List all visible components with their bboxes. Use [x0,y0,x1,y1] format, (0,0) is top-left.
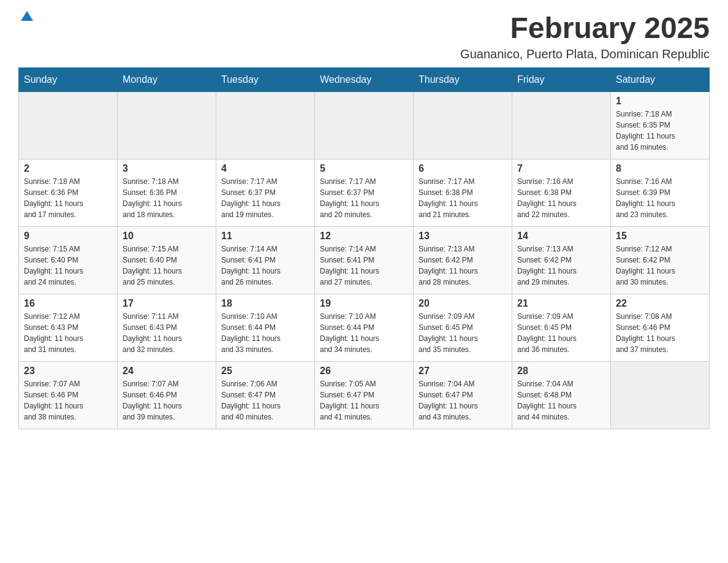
day-info: Sunrise: 7:14 AM Sunset: 6:41 PM Dayligh… [221,243,309,288]
day-number: 15 [616,231,704,242]
calendar-day-cell: 19Sunrise: 7:10 AM Sunset: 6:44 PM Dayli… [315,294,414,361]
title-block: February 2025 Guananico, Puerto Plata, D… [460,12,710,61]
calendar-day-cell: 7Sunrise: 7:16 AM Sunset: 6:38 PM Daylig… [512,159,611,226]
calendar-day-cell: 12Sunrise: 7:14 AM Sunset: 6:41 PM Dayli… [315,226,414,294]
day-number: 9 [24,231,112,242]
calendar-day-cell: 1Sunrise: 7:18 AM Sunset: 6:35 PM Daylig… [611,91,710,159]
day-number: 14 [517,231,605,242]
calendar-table: SundayMondayTuesdayWednesdayThursdayFrid… [18,67,710,429]
calendar-day-cell: 24Sunrise: 7:07 AM Sunset: 6:46 PM Dayli… [118,361,216,429]
day-number: 27 [419,366,507,377]
weekday-header-monday: Monday [118,67,216,91]
weekday-header-saturday: Saturday [611,67,710,91]
weekday-header-thursday: Thursday [414,67,512,91]
calendar-day-cell: 26Sunrise: 7:05 AM Sunset: 6:47 PM Dayli… [315,361,414,429]
day-number: 25 [221,366,309,377]
calendar-title: February 2025 [460,12,710,45]
calendar-week-row: 1Sunrise: 7:18 AM Sunset: 6:35 PM Daylig… [19,91,710,159]
logo-blue-text [18,12,33,22]
day-number: 23 [24,366,112,377]
day-info: Sunrise: 7:18 AM Sunset: 6:36 PM Dayligh… [123,176,211,220]
day-number: 13 [419,231,507,242]
calendar-day-cell: 23Sunrise: 7:07 AM Sunset: 6:46 PM Dayli… [19,361,118,429]
calendar-day-cell: 27Sunrise: 7:04 AM Sunset: 6:47 PM Dayli… [414,361,512,429]
day-info: Sunrise: 7:10 AM Sunset: 6:44 PM Dayligh… [320,311,408,355]
calendar-day-cell [512,91,611,159]
calendar-day-cell [216,91,315,159]
day-info: Sunrise: 7:10 AM Sunset: 6:44 PM Dayligh… [221,311,309,355]
page-header: February 2025 Guananico, Puerto Plata, D… [18,12,710,61]
weekday-header-row: SundayMondayTuesdayWednesdayThursdayFrid… [19,67,710,91]
day-number: 4 [221,163,309,174]
day-info: Sunrise: 7:17 AM Sunset: 6:37 PM Dayligh… [221,176,309,220]
calendar-body: 1Sunrise: 7:18 AM Sunset: 6:35 PM Daylig… [19,91,710,429]
calendar-day-cell: 5Sunrise: 7:17 AM Sunset: 6:37 PM Daylig… [315,159,414,226]
day-info: Sunrise: 7:04 AM Sunset: 6:48 PM Dayligh… [517,378,605,423]
day-info: Sunrise: 7:07 AM Sunset: 6:46 PM Dayligh… [123,378,211,423]
day-info: Sunrise: 7:16 AM Sunset: 6:39 PM Dayligh… [616,176,704,220]
day-info: Sunrise: 7:12 AM Sunset: 6:42 PM Dayligh… [616,243,704,288]
calendar-day-cell: 11Sunrise: 7:14 AM Sunset: 6:41 PM Dayli… [216,226,315,294]
logo-triangle-icon [21,11,33,21]
day-info: Sunrise: 7:15 AM Sunset: 6:40 PM Dayligh… [24,243,112,288]
day-number: 5 [320,163,408,174]
day-number: 10 [123,231,211,242]
day-info: Sunrise: 7:15 AM Sunset: 6:40 PM Dayligh… [123,243,211,288]
calendar-day-cell: 25Sunrise: 7:06 AM Sunset: 6:47 PM Dayli… [216,361,315,429]
day-number: 7 [517,163,605,174]
day-number: 21 [517,298,605,309]
day-number: 8 [616,163,704,174]
calendar-day-cell [315,91,414,159]
calendar-day-cell: 20Sunrise: 7:09 AM Sunset: 6:45 PM Dayli… [414,294,512,361]
day-info: Sunrise: 7:06 AM Sunset: 6:47 PM Dayligh… [221,378,309,423]
calendar-day-cell: 16Sunrise: 7:12 AM Sunset: 6:43 PM Dayli… [19,294,118,361]
calendar-subtitle: Guananico, Puerto Plata, Dominican Repub… [460,47,710,61]
weekday-header-tuesday: Tuesday [216,67,315,91]
day-info: Sunrise: 7:18 AM Sunset: 6:36 PM Dayligh… [24,176,112,220]
calendar-header: SundayMondayTuesdayWednesdayThursdayFrid… [19,67,710,91]
day-info: Sunrise: 7:04 AM Sunset: 6:47 PM Dayligh… [419,378,507,423]
day-info: Sunrise: 7:07 AM Sunset: 6:46 PM Dayligh… [24,378,112,423]
calendar-day-cell: 28Sunrise: 7:04 AM Sunset: 6:48 PM Dayli… [512,361,611,429]
day-info: Sunrise: 7:13 AM Sunset: 6:42 PM Dayligh… [517,243,605,288]
calendar-day-cell: 9Sunrise: 7:15 AM Sunset: 6:40 PM Daylig… [19,226,118,294]
day-info: Sunrise: 7:09 AM Sunset: 6:45 PM Dayligh… [419,311,507,355]
day-info: Sunrise: 7:17 AM Sunset: 6:37 PM Dayligh… [320,176,408,220]
day-info: Sunrise: 7:18 AM Sunset: 6:35 PM Dayligh… [616,109,704,153]
day-info: Sunrise: 7:08 AM Sunset: 6:46 PM Dayligh… [616,311,704,355]
day-number: 12 [320,231,408,242]
day-info: Sunrise: 7:09 AM Sunset: 6:45 PM Dayligh… [517,311,605,355]
calendar-week-row: 2Sunrise: 7:18 AM Sunset: 6:36 PM Daylig… [19,159,710,226]
day-number: 6 [419,163,507,174]
day-number: 3 [123,163,211,174]
logo [18,12,33,22]
day-info: Sunrise: 7:16 AM Sunset: 6:38 PM Dayligh… [517,176,605,220]
day-info: Sunrise: 7:05 AM Sunset: 6:47 PM Dayligh… [320,378,408,423]
day-info: Sunrise: 7:11 AM Sunset: 6:43 PM Dayligh… [123,311,211,355]
day-number: 20 [419,298,507,309]
calendar-day-cell: 3Sunrise: 7:18 AM Sunset: 6:36 PM Daylig… [118,159,216,226]
day-number: 22 [616,298,704,309]
day-number: 11 [221,231,309,242]
calendar-day-cell [611,361,710,429]
calendar-day-cell: 15Sunrise: 7:12 AM Sunset: 6:42 PM Dayli… [611,226,710,294]
calendar-day-cell [19,91,118,159]
day-info: Sunrise: 7:17 AM Sunset: 6:38 PM Dayligh… [419,176,507,220]
calendar-day-cell: 10Sunrise: 7:15 AM Sunset: 6:40 PM Dayli… [118,226,216,294]
calendar-day-cell: 13Sunrise: 7:13 AM Sunset: 6:42 PM Dayli… [414,226,512,294]
calendar-day-cell: 8Sunrise: 7:16 AM Sunset: 6:39 PM Daylig… [611,159,710,226]
calendar-week-row: 23Sunrise: 7:07 AM Sunset: 6:46 PM Dayli… [19,361,710,429]
calendar-day-cell: 6Sunrise: 7:17 AM Sunset: 6:38 PM Daylig… [414,159,512,226]
day-number: 24 [123,366,211,377]
calendar-day-cell [414,91,512,159]
day-number: 28 [517,366,605,377]
day-number: 2 [24,163,112,174]
day-info: Sunrise: 7:12 AM Sunset: 6:43 PM Dayligh… [24,311,112,355]
day-number: 16 [24,298,112,309]
calendar-day-cell: 2Sunrise: 7:18 AM Sunset: 6:36 PM Daylig… [19,159,118,226]
calendar-day-cell: 22Sunrise: 7:08 AM Sunset: 6:46 PM Dayli… [611,294,710,361]
calendar-day-cell [118,91,216,159]
day-number: 26 [320,366,408,377]
calendar-day-cell: 17Sunrise: 7:11 AM Sunset: 6:43 PM Dayli… [118,294,216,361]
calendar-week-row: 16Sunrise: 7:12 AM Sunset: 6:43 PM Dayli… [19,294,710,361]
